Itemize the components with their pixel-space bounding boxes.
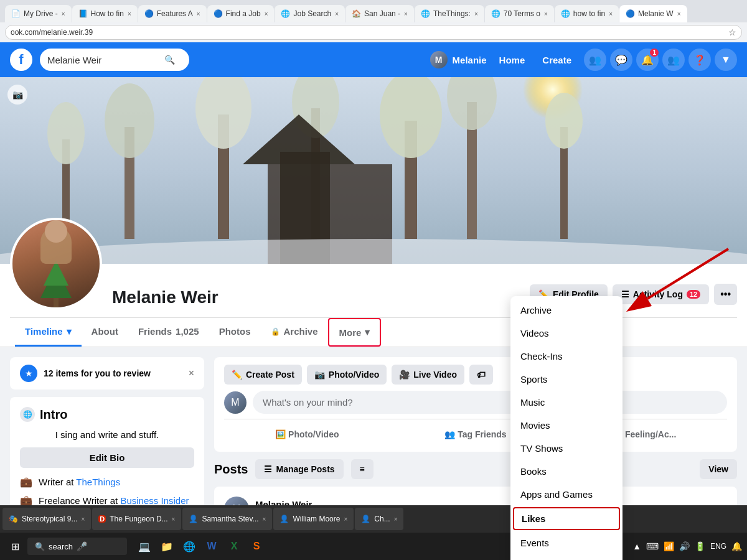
tab-close-icon[interactable]: × <box>394 516 398 523</box>
dropdown-item-music[interactable]: Music <box>510 391 622 414</box>
browser-tab[interactable]: 🏠 San Juan - × <box>345 5 414 22</box>
friends-icon-btn[interactable]: 👥 <box>584 49 606 71</box>
friend-requests-icon-btn[interactable]: 👥 <box>662 49 685 71</box>
taskbar-task-view[interactable]: 💻 <box>134 536 154 556</box>
browser-tab[interactable]: 🌐 TheThings: × <box>415 5 484 22</box>
browser-tab[interactable]: 🌐 how to fin × <box>555 5 619 22</box>
nav-home-link[interactable]: Home <box>494 52 530 68</box>
chevron-down-icon: ▾ <box>365 327 370 338</box>
browser-tab[interactable]: 📘 How to fin × <box>72 5 138 22</box>
taskbar-file-explorer[interactable]: 📁 <box>157 536 177 556</box>
account-menu-btn[interactable]: ▼ <box>715 49 737 71</box>
star-icon[interactable]: ☆ <box>728 27 736 37</box>
tab-close-icon[interactable]: × <box>677 11 681 17</box>
manage-posts-button[interactable]: ☰ Manage Posts <box>255 459 343 479</box>
review-close-button[interactable]: × <box>189 368 194 379</box>
svg-point-3 <box>47 102 85 164</box>
tab-close-icon[interactable]: × <box>128 11 131 17</box>
browser-tab[interactable]: 📄 My Drive - × <box>5 5 72 22</box>
dropdown-item-archive[interactable]: Archive <box>510 299 622 322</box>
dropdown-item-books[interactable]: Books <box>510 460 622 483</box>
create-post-input[interactable]: What's on your mind? <box>253 391 727 414</box>
tab-photos[interactable]: Photos <box>209 319 261 346</box>
thethings-link[interactable]: TheThings <box>76 477 120 487</box>
tab-close-icon[interactable]: × <box>544 11 548 17</box>
bottom-tab-william[interactable]: 👤 William Moore × <box>273 508 354 530</box>
tab-title: TheThings: <box>433 9 471 18</box>
bottom-tab-ch[interactable]: 👤 Ch... × <box>355 508 403 530</box>
tab-close-icon[interactable]: × <box>263 516 266 523</box>
mic-icon: 🎤 <box>77 541 87 551</box>
notifications-icon-btn[interactable]: 🔔1 <box>636 49 659 71</box>
dropdown-item-videos[interactable]: Videos <box>510 322 622 345</box>
dropdown-item-events[interactable]: Events <box>510 531 622 554</box>
browser-chrome: 📄 My Drive - × 📘 How to fin × 🔵 Features… <box>0 0 747 40</box>
tab-favicon: 📘 <box>78 9 87 18</box>
tab-favicon: 👤 <box>189 515 198 523</box>
tab-close-icon[interactable]: × <box>172 516 176 523</box>
intro-item-writer: 💼 Writer at TheThings <box>20 475 194 488</box>
bottom-tab-fungeon[interactable]: D The Fungeon D... × <box>92 508 181 530</box>
taskbar-browser[interactable]: 🌐 <box>179 536 199 556</box>
search-input[interactable] <box>47 55 159 65</box>
create-post-button[interactable]: ✏️ Create Post <box>224 365 302 385</box>
nav-user[interactable]: M Melanie <box>430 51 487 68</box>
tab-timeline[interactable]: Timeline ▾ <box>15 319 82 347</box>
fb-logo[interactable]: f <box>10 49 32 71</box>
dropdown-item-likes[interactable]: Likes <box>513 507 620 530</box>
profile-name-area: Melanie Weir <box>112 287 520 310</box>
tab-close-icon[interactable]: × <box>404 11 408 17</box>
browser-tab[interactable]: 🌐 70 Terms o × <box>485 5 554 22</box>
posts-title: Posts <box>214 462 248 477</box>
tab-close-icon[interactable]: × <box>474 11 478 17</box>
taskbar-search[interactable]: 🔍 search 🎤 <box>27 538 127 555</box>
dropdown-item-sports[interactable]: Sports <box>510 368 622 391</box>
tab-close-icon[interactable]: × <box>609 11 613 17</box>
bottom-tab-stereotypical[interactable]: 🎭 Stereotypical 9... × <box>2 508 91 530</box>
bottom-tab-samantha[interactable]: 👤 Samantha Stev... × <box>182 508 272 530</box>
tab-archive[interactable]: 🔒 Archive <box>261 319 328 346</box>
cover-photo-camera-icon[interactable]: 📷 <box>7 85 27 105</box>
tab-close-icon[interactable]: × <box>265 11 268 17</box>
tab-about[interactable]: About <box>82 319 128 346</box>
edit-bio-button[interactable]: Edit Bio <box>20 447 194 468</box>
tab-close-icon[interactable]: × <box>335 11 339 17</box>
browser-tab[interactable]: 🔵 Find a Job × <box>207 5 275 22</box>
photo-video-media-btn[interactable]: 🖼️ Photo/Video <box>224 424 390 444</box>
taskbar-up-arrow[interactable]: ▲ <box>632 541 641 551</box>
dropdown-item-tv[interactable]: TV Shows <box>510 437 622 460</box>
dropdown-item-apps[interactable]: Apps and Games <box>510 483 622 506</box>
profile-avatar[interactable] <box>10 218 102 310</box>
taskbar-snagit[interactable]: S <box>247 536 266 556</box>
browser-tab[interactable]: 🔵 Features A × <box>138 5 207 22</box>
nav-user-name: Melanie <box>453 55 487 65</box>
view-button[interactable]: View <box>700 459 737 479</box>
svg-point-5 <box>105 83 154 158</box>
tab-more[interactable]: More ▾ <box>328 318 382 347</box>
dropdown-item-questions[interactable]: Questions <box>510 554 622 560</box>
dropdown-item-movies[interactable]: Movies <box>510 414 622 437</box>
taskbar-word[interactable]: W <box>202 536 222 556</box>
browser-tab[interactable]: 🌐 Job Search × <box>275 5 345 22</box>
live-video-button[interactable]: 🎥 Live Video <box>392 365 464 385</box>
photo-video-button[interactable]: 📷 Photo/Video <box>307 365 387 385</box>
tab-close-icon[interactable]: × <box>344 516 347 523</box>
taskbar-excel[interactable]: X <box>224 536 244 556</box>
create-post-bar: ✏️ Create Post 📷 Photo/Video 🎥 Live Vide… <box>214 357 737 452</box>
help-icon-btn[interactable]: ❓ <box>688 49 711 71</box>
start-button[interactable]: ⊞ <box>5 536 25 556</box>
browser-tab-active[interactable]: 🔵 Melanie W × <box>619 5 687 22</box>
tab-close-icon[interactable]: × <box>81 516 85 523</box>
tab-friends[interactable]: Friends 1,025 <box>128 319 209 346</box>
tab-title: how to fin <box>573 9 605 18</box>
business-insider-link[interactable]: Business Insider <box>120 495 189 506</box>
tab-close-icon[interactable]: × <box>62 11 65 17</box>
dropdown-item-checkins[interactable]: Check-Ins <box>510 345 622 368</box>
more-create-btn[interactable]: 🏷 <box>469 365 493 385</box>
notification-area-btn[interactable]: 🔔 <box>731 541 742 551</box>
search-box[interactable]: 🔍 <box>40 49 189 71</box>
nav-create-link[interactable]: Create <box>537 52 576 68</box>
tab-close-icon[interactable]: × <box>197 11 200 17</box>
filters-button[interactable]: ≡ <box>351 459 374 479</box>
messenger-icon-btn[interactable]: 💬 <box>610 49 632 71</box>
